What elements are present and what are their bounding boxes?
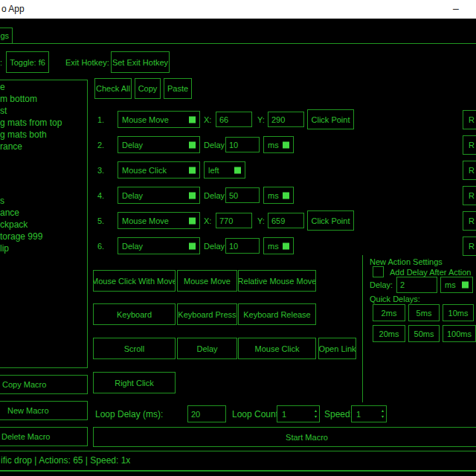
keyboard-release-button[interactable]: Keyboard Release xyxy=(238,303,316,325)
dropdown-indicator-icon xyxy=(189,217,196,224)
delete-macro-button[interactable]: Delete Macro xyxy=(0,427,88,446)
macro-list-item[interactable]: st xyxy=(0,106,7,116)
macro-list[interactable]: e m bottom st g mats from top g mats bot… xyxy=(0,80,88,368)
remove-action-button[interactable]: R xyxy=(463,135,476,155)
new-delay-label: Delay: xyxy=(370,280,393,289)
x-input[interactable] xyxy=(216,213,252,228)
mouse-move-button[interactable]: Mouse Move xyxy=(177,270,237,292)
x-input[interactable] xyxy=(216,112,252,127)
dropdown-indicator-icon xyxy=(283,141,289,148)
dropdown-indicator-icon xyxy=(189,192,196,199)
spinner-up-icon[interactable]: ▴ xyxy=(382,408,384,414)
macro-list-item[interactable]: g mats from top xyxy=(0,118,62,128)
stepper-arrows: ▴ ▾ xyxy=(382,408,384,419)
unit-value: ms xyxy=(268,141,279,149)
remove-action-button[interactable]: R xyxy=(463,237,476,256)
quick-delay-2ms-button[interactable]: 2ms xyxy=(373,304,405,321)
quick-delay-100ms-button[interactable]: 100ms xyxy=(443,325,476,342)
copy-macro-button[interactable]: Copy Macro xyxy=(0,375,88,394)
unit-dropdown[interactable]: ms xyxy=(263,237,294,254)
macro-list-item[interactable]: s xyxy=(0,196,4,206)
macro-list-item[interactable]: lip xyxy=(0,244,9,254)
tab-settings[interactable]: gs xyxy=(0,28,13,44)
loop-count-stepper[interactable]: 1 ▴ ▾ xyxy=(277,405,320,422)
remove-action-button[interactable]: R xyxy=(463,161,476,180)
statusbar-top-border xyxy=(0,451,476,451)
dropdown-indicator-icon xyxy=(283,242,289,249)
spinner-down-icon[interactable]: ▾ xyxy=(382,414,384,419)
relative-mouse-move-button[interactable]: Relative Mouse Move xyxy=(238,270,316,292)
mouse-click-button[interactable]: Mouse Click xyxy=(238,338,316,359)
action-type-dropdown[interactable]: Mouse Click xyxy=(118,161,200,178)
loop-delay-input[interactable] xyxy=(187,405,226,422)
add-delay-checkbox[interactable] xyxy=(373,266,384,277)
macro-list-item[interactable]: torage 999 xyxy=(0,232,42,242)
remove-action-button[interactable]: R xyxy=(463,186,476,205)
quick-delays-label: Quick Delays: xyxy=(370,295,420,303)
macro-list-item[interactable]: rance xyxy=(0,142,22,152)
stepper-arrows: ▴ ▾ xyxy=(315,408,317,419)
action-type-dropdown[interactable]: Delay xyxy=(118,136,200,153)
toggle-hotkey-button[interactable]: Toggle: f6 xyxy=(6,51,49,73)
action-type-dropdown[interactable]: Mouse Move xyxy=(118,111,200,128)
delay-input[interactable] xyxy=(225,187,260,203)
x-label: X: xyxy=(204,115,211,124)
keyboard-button[interactable]: Keyboard xyxy=(93,303,176,325)
paste-button[interactable]: Paste xyxy=(164,78,192,99)
action-type-value: Mouse Move xyxy=(122,216,169,225)
quick-delay-20ms-button[interactable]: 20ms xyxy=(373,325,405,342)
dropdown-indicator-icon xyxy=(283,192,289,199)
remove-action-button[interactable]: R xyxy=(463,211,476,231)
new-delay-unit-dropdown[interactable]: ms xyxy=(440,277,473,293)
mouse-button-dropdown[interactable]: left xyxy=(204,161,245,178)
dropdown-indicator-icon xyxy=(189,116,196,123)
delay-input[interactable] xyxy=(225,238,260,254)
unit-value: ms xyxy=(268,242,279,251)
check-all-button[interactable]: Check All xyxy=(94,78,132,99)
action-type-value: Delay xyxy=(122,191,143,200)
y-input[interactable] xyxy=(268,213,304,228)
open-link-button[interactable]: Open Link xyxy=(318,338,356,359)
right-click-button[interactable]: Right Click xyxy=(93,372,176,393)
delay-button[interactable]: Delay xyxy=(177,338,237,359)
set-exit-hotkey-button[interactable]: Set Exit Hotkey xyxy=(111,51,170,73)
quick-delay-5ms-button[interactable]: 5ms xyxy=(408,304,440,321)
mouse-button-value: left xyxy=(208,166,219,175)
unit-dropdown[interactable]: ms xyxy=(263,136,294,153)
action-type-dropdown[interactable]: Mouse Move xyxy=(118,212,200,229)
dropdown-indicator-icon xyxy=(189,167,196,173)
action-type-value: Mouse Click xyxy=(122,166,167,175)
spinner-down-icon[interactable]: ▾ xyxy=(315,414,317,419)
mouse-click-with-move-button[interactable]: Mouse Click With Move xyxy=(93,270,176,292)
y-input[interactable] xyxy=(268,112,304,127)
click-point-button[interactable]: Click Point xyxy=(307,210,354,231)
quick-delay-50ms-button[interactable]: 50ms xyxy=(408,325,440,342)
start-macro-button[interactable]: Start Macro xyxy=(93,427,476,447)
macro-list-item[interactable]: m bottom xyxy=(0,94,37,104)
macro-list-item[interactable]: e xyxy=(0,83,5,92)
minimize-icon[interactable]: – xyxy=(445,0,467,19)
dropdown-indicator-icon xyxy=(189,242,196,249)
copy-button[interactable]: Copy xyxy=(135,78,161,99)
macro-list-item[interactable]: ance xyxy=(0,208,19,218)
speed-label: Speed: xyxy=(324,409,353,419)
keyboard-press-button[interactable]: Keyboard Press xyxy=(177,303,237,325)
macro-list-item[interactable]: ckpack xyxy=(0,220,28,230)
action-type-dropdown[interactable]: Delay xyxy=(118,187,200,204)
scroll-button[interactable]: Scroll xyxy=(93,338,176,359)
action-number: 5. xyxy=(97,216,104,225)
action-type-value: Delay xyxy=(122,141,143,149)
click-point-button[interactable]: Click Point xyxy=(307,109,354,129)
speed-stepper[interactable]: 1 ▴ ▾ xyxy=(351,405,387,422)
action-type-dropdown[interactable]: Delay xyxy=(118,237,200,254)
new-macro-button[interactable]: New Macro xyxy=(0,401,88,420)
delay-label: Delay xyxy=(204,141,225,149)
quick-delay-10ms-button[interactable]: 10ms xyxy=(443,304,474,321)
macro-list-item[interactable]: g mats both xyxy=(0,130,47,140)
delay-input[interactable] xyxy=(225,137,260,152)
statusbar-text: ific drop | Actions: 65 | Speed: 1x xyxy=(1,455,130,466)
remove-action-button[interactable]: R xyxy=(463,110,476,129)
new-delay-input[interactable] xyxy=(396,277,437,293)
spinner-up-icon[interactable]: ▴ xyxy=(315,408,317,414)
unit-dropdown[interactable]: ms xyxy=(263,187,294,204)
